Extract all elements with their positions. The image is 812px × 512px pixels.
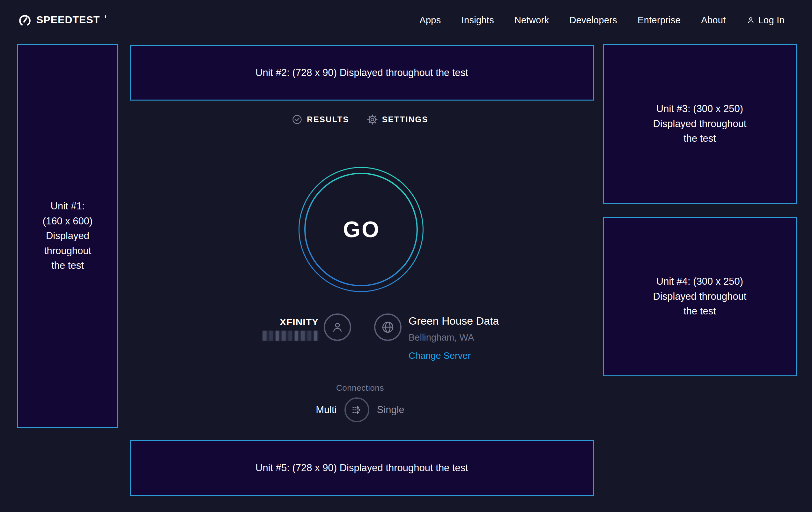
go-inner-ring: GO	[304, 173, 418, 286]
connections-multi-option[interactable]: Multi	[316, 404, 337, 415]
speedometer-gauge-icon	[18, 14, 32, 27]
connections-section: Connections Multi Single	[118, 383, 602, 422]
logo[interactable]: SPEEDTEST	[18, 13, 106, 27]
tab-settings-label: SETTINGS	[382, 115, 428, 124]
main-nav: Apps Insights Network Developers Enterpr…	[419, 15, 785, 26]
go-outer-ring: GO	[298, 167, 424, 292]
globe-icon	[380, 320, 395, 334]
connections-label: Connections	[336, 383, 384, 393]
server-location: Bellingham, WA	[409, 332, 474, 343]
ad-unit-1[interactable]: Unit #1: (160 x 600) Displayed throughou…	[17, 44, 118, 428]
nav-item-about[interactable]: About	[701, 15, 726, 26]
user-icon	[330, 320, 345, 334]
trademark-mark	[105, 15, 106, 18]
ad-unit-4-text: Unit #4: (300 x 250) Displayed throughou…	[653, 274, 747, 319]
isp-user-icon	[324, 314, 351, 341]
redacted-ip	[262, 331, 319, 341]
change-server-link[interactable]: Change Server	[409, 350, 471, 361]
ad-unit-5[interactable]: Unit #5: (728 x 90) Displayed throughout…	[130, 440, 594, 496]
login-label: Log In	[758, 15, 785, 26]
ad-unit-3-text: Unit #3: (300 x 250) Displayed throughou…	[653, 102, 747, 146]
connections-single-option[interactable]: Single	[377, 404, 404, 415]
go-label: GO	[342, 217, 380, 242]
connections-row: Multi Single	[316, 397, 404, 422]
gear-icon	[367, 114, 378, 125]
check-circle-icon	[292, 114, 302, 125]
isp-name: XFINITY	[280, 317, 319, 327]
speedtest-page: SPEEDTEST Apps Insights Network Develope…	[0, 0, 812, 512]
go-button[interactable]: GO	[298, 167, 424, 292]
multi-arrows-icon	[350, 403, 364, 417]
tab-settings[interactable]: SETTINGS	[367, 114, 428, 125]
ad-unit-1-text: Unit #1: (160 x 600) Displayed throughou…	[43, 199, 93, 273]
logo-text: SPEEDTEST	[36, 13, 100, 27]
nav-item-apps[interactable]: Apps	[419, 15, 441, 26]
view-tabs: RESULTS SETTINGS	[118, 114, 602, 125]
tab-results-label: RESULTS	[307, 115, 349, 124]
nav-item-enterprise[interactable]: Enterprise	[638, 15, 680, 26]
connection-info: XFINITY Green House Data Bellingham, WA …	[262, 313, 499, 361]
server-globe-icon	[374, 314, 402, 341]
user-icon	[746, 16, 755, 25]
connection-mode-toggle[interactable]	[344, 397, 369, 422]
nav-item-insights[interactable]: Insights	[462, 15, 494, 26]
nav-item-network[interactable]: Network	[515, 15, 549, 26]
server-name: Green House Data	[409, 315, 499, 327]
nav-item-developers[interactable]: Developers	[569, 15, 617, 26]
ad-unit-2-text: Unit #2: (728 x 90) Displayed throughout…	[256, 65, 468, 80]
isp-block: XFINITY	[262, 313, 319, 341]
ad-unit-4[interactable]: Unit #4: (300 x 250) Displayed throughou…	[603, 217, 797, 376]
tab-results[interactable]: RESULTS	[292, 114, 349, 125]
login-link[interactable]: Log In	[746, 15, 785, 26]
top-nav: SPEEDTEST Apps Insights Network Develope…	[0, 0, 812, 40]
ad-unit-3[interactable]: Unit #3: (300 x 250) Displayed throughou…	[603, 44, 797, 204]
server-block: Green House Data Bellingham, WA Change S…	[409, 313, 499, 361]
ad-unit-2[interactable]: Unit #2: (728 x 90) Displayed throughout…	[130, 45, 594, 101]
ad-unit-5-text: Unit #5: (728 x 90) Displayed throughout…	[256, 461, 468, 476]
